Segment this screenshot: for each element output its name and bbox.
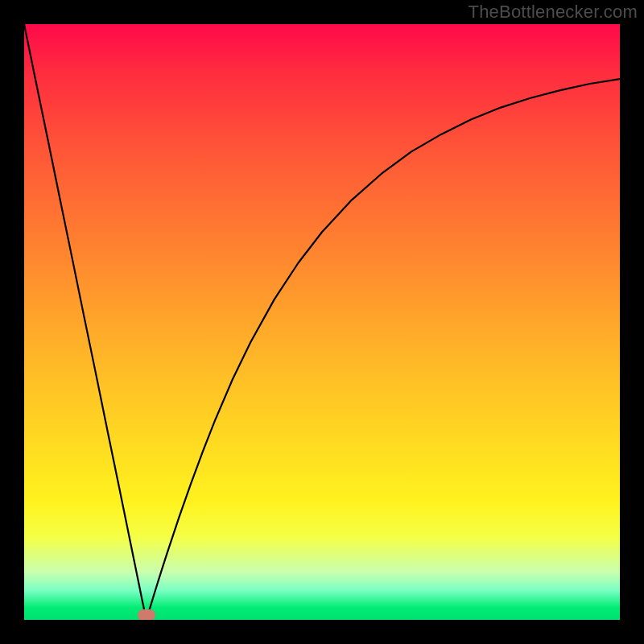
bottleneck-curve [24,24,620,620]
optimal-point-marker [138,609,155,620]
chart-frame: TheBottlenecker.com [0,0,644,644]
plot-area [24,24,620,620]
watermark-text: TheBottlenecker.com [469,2,638,23]
